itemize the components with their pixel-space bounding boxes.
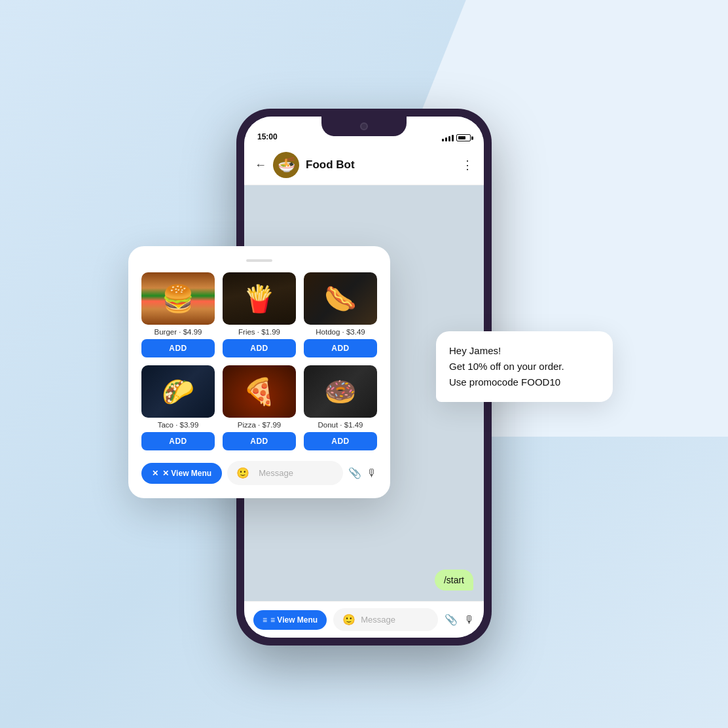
hotdog-image: 🌭 — [304, 272, 377, 325]
emoji-icon[interactable]: 🙂 — [342, 613, 355, 626]
back-button[interactable]: ← — [255, 158, 266, 172]
menu-attach-icon[interactable]: 📎 — [348, 467, 361, 479]
promo-line1: Hey James! — [449, 343, 600, 359]
phone-notch — [321, 117, 407, 136]
menu-emoji-icon[interactable]: 🙂 — [236, 467, 249, 479]
menu-mic-icon[interactable]: 🎙 — [367, 467, 377, 479]
menu-input-bar: ✕ ✕ View Menu 🙂 Message 📎 🎙 — [141, 461, 377, 485]
taco-add-button[interactable]: ADD — [141, 432, 215, 450]
menu-grid: 🍔 Burger · $4.99 ADD 🍟 Fries · $1.99 ADD… — [141, 272, 377, 450]
hotdog-add-button[interactable]: ADD — [304, 339, 377, 357]
menu-item-fries: 🍟 Fries · $1.99 ADD — [223, 272, 296, 357]
fries-add-button[interactable]: ADD — [223, 339, 296, 357]
fries-image: 🍟 — [223, 272, 296, 325]
burger-label: Burger · $4.99 — [155, 328, 202, 336]
chat-header: ← 🍜 Food Bot ⋮ — [244, 145, 484, 185]
close-x-icon: ✕ — [152, 469, 158, 478]
front-camera — [360, 122, 368, 130]
taco-image: 🌮 — [141, 365, 215, 418]
menu-item-taco: 🌮 Taco · $3.99 ADD — [141, 365, 215, 450]
menu-item-pizza: 🍕 Pizza · $7.99 ADD — [223, 365, 296, 450]
start-message: /start — [435, 570, 473, 591]
fries-label: Fries · $1.99 — [238, 328, 280, 336]
bot-name: Food Bot — [306, 158, 462, 172]
menu-item-hotdog: 🌭 Hotdog · $3.49 ADD — [304, 272, 377, 357]
promo-line3: Use promocode FOOD10 — [449, 374, 600, 390]
menu-message-placeholder: Message — [259, 468, 334, 478]
status-icons — [442, 134, 471, 141]
menu-card: 🍔 Burger · $4.99 ADD 🍟 Fries · $1.99 ADD… — [128, 246, 390, 498]
menu-item-burger: 🍔 Burger · $4.99 ADD — [141, 272, 215, 357]
donut-label: Donut · $1.49 — [318, 421, 363, 429]
drag-handle — [246, 259, 272, 262]
attach-icon[interactable]: 📎 — [445, 613, 458, 626]
menu-item-donut: 🍩 Donut · $1.49 ADD — [304, 365, 377, 450]
menu-message-input[interactable]: 🙂 Message — [227, 461, 343, 485]
donut-add-button[interactable]: ADD — [304, 432, 377, 450]
menu-lines-icon: ≡ — [263, 615, 267, 625]
chat-input-bar: ≡ ≡ View Menu 🙂 Message 📎 🎙 — [244, 601, 484, 638]
more-options-icon[interactable]: ⋮ — [462, 158, 473, 172]
burger-image: 🍔 — [141, 272, 215, 325]
donut-image: 🍩 — [304, 365, 377, 418]
view-menu-button[interactable]: ≡ ≡ View Menu — [253, 610, 327, 630]
battery-icon — [456, 134, 471, 141]
hotdog-label: Hotdog · $3.49 — [316, 328, 365, 336]
taco-label: Taco · $3.99 — [158, 421, 199, 429]
message-placeholder: Message — [361, 615, 429, 625]
message-input[interactable]: 🙂 Message — [333, 608, 438, 631]
scene-container: 15:00 ← 🍜 — [102, 69, 626, 659]
pizza-image: 🍕 — [223, 365, 296, 418]
pizza-label: Pizza · $7.99 — [238, 421, 281, 429]
pizza-add-button[interactable]: ADD — [223, 432, 296, 450]
promo-line2: Get 10% off on your order. — [449, 359, 600, 374]
signal-icon — [442, 135, 454, 141]
burger-add-button[interactable]: ADD — [141, 339, 215, 357]
status-time: 15:00 — [257, 132, 278, 141]
bot-avatar: 🍜 — [273, 152, 299, 178]
menu-view-label: ✕ View Menu — [162, 469, 211, 478]
menu-view-menu-button[interactable]: ✕ ✕ View Menu — [141, 463, 222, 484]
promo-bubble: Hey James! Get 10% off on your order. Us… — [436, 331, 613, 402]
mic-icon[interactable]: 🎙 — [464, 614, 475, 626]
view-menu-label: ≡ View Menu — [270, 615, 318, 625]
